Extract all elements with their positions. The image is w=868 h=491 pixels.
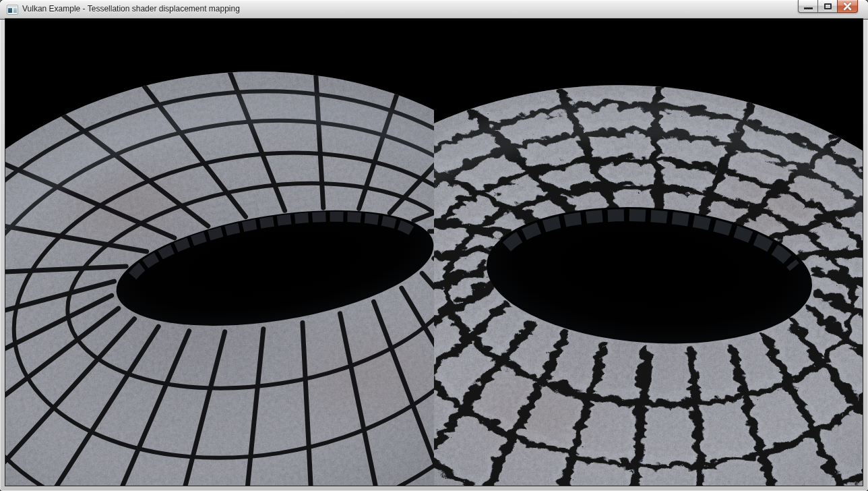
title-bar[interactable]: Vulkan Example - Tessellation shader dis… <box>0 0 868 20</box>
app-icon-pane <box>8 6 17 7</box>
close-button[interactable] <box>837 0 858 13</box>
render-viewport[interactable] <box>5 19 863 486</box>
app-window: Vulkan Example - Tessellation shader dis… <box>0 0 868 491</box>
app-icon-pane <box>8 8 12 13</box>
minimize-icon <box>804 7 813 9</box>
app-icon <box>7 5 18 15</box>
minimize-button[interactable] <box>798 0 818 13</box>
app-icon-pane <box>13 8 17 13</box>
maximize-button[interactable] <box>817 0 838 13</box>
maximize-icon <box>824 3 832 9</box>
render-area <box>5 19 863 486</box>
close-icon <box>842 2 852 10</box>
window-controls <box>798 0 858 13</box>
window-title: Vulkan Example - Tessellation shader dis… <box>22 0 240 18</box>
